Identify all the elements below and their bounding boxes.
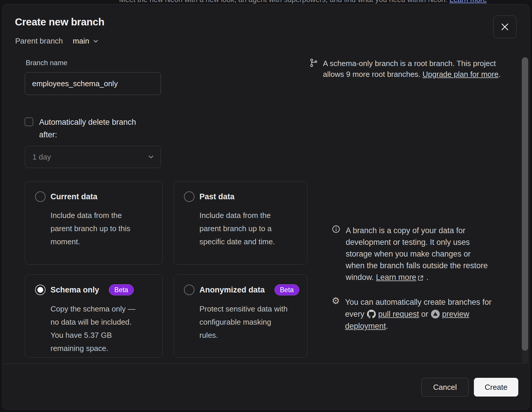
- option-title: Anonymized data: [199, 285, 265, 295]
- option-description: Include data from the parent branch up t…: [199, 209, 291, 248]
- parent-branch-label: Parent branch: [15, 37, 63, 46]
- option-title: Past data: [199, 192, 234, 201]
- branch-info-note: A branch is a copy of your data for deve…: [332, 225, 490, 283]
- beta-badge: Beta: [109, 284, 134, 295]
- beta-badge: Beta: [274, 284, 299, 295]
- option-card-current-data[interactable]: Current data Include data from the paren…: [25, 181, 163, 265]
- top-banner: Meet the new Neon with a new look, an ag…: [0, 0, 532, 4]
- create-button[interactable]: Create: [474, 378, 518, 397]
- option-card-schema-only[interactable]: Schema only Beta Copy the schema only — …: [25, 274, 163, 358]
- branch-info-text: A branch is a copy of your data for deve…: [346, 226, 488, 282]
- option-description: Copy the schema only — no data will be i…: [51, 302, 142, 355]
- option-title: Schema only: [51, 285, 99, 295]
- close-button[interactable]: [493, 15, 517, 38]
- auto-delete-row: Automatically delete branch after:: [25, 116, 154, 141]
- delete-after-value: 1 day: [32, 153, 148, 162]
- upgrade-plan-link[interactable]: Upgrade plan for more: [423, 70, 498, 79]
- auto-delete-label: Automatically delete branch after:: [39, 116, 154, 141]
- info-icon: [332, 225, 340, 233]
- radio-past-data[interactable]: [184, 191, 194, 202]
- chevron-down-icon: [93, 38, 99, 44]
- gear-icon: ⚙: [332, 296, 340, 332]
- github-icon: [367, 310, 376, 318]
- external-link-icon: [417, 275, 424, 282]
- branch-name-label: Branch name: [26, 59, 67, 67]
- footer-divider: [3, 363, 529, 364]
- parent-branch-dropdown[interactable]: main: [73, 37, 98, 46]
- option-description: Protect sensitive data with configurable…: [199, 302, 291, 342]
- radio-anonymized-data[interactable]: [184, 285, 194, 295]
- cancel-button[interactable]: Cancel: [421, 378, 469, 397]
- option-description: Include data from the parent branch up t…: [51, 209, 142, 248]
- dialog-title: Create new branch: [15, 16, 104, 28]
- banner-text: Meet the new Neon with a new look, an ag…: [119, 0, 447, 4]
- radio-schema-only[interactable]: [35, 285, 46, 295]
- parent-branch-value: main: [73, 37, 89, 46]
- close-icon: [501, 23, 509, 31]
- radio-current-data[interactable]: [35, 191, 46, 202]
- pull-request-link[interactable]: pull request: [378, 310, 419, 318]
- option-card-past-data[interactable]: Past data Include data from the parent b…: [174, 181, 307, 265]
- chevron-down-icon: [148, 154, 154, 160]
- vercel-icon: [431, 310, 440, 318]
- option-title: Current data: [51, 192, 98, 201]
- data-option-cards: Current data Include data from the paren…: [25, 181, 307, 358]
- learn-more-link[interactable]: Learn more: [376, 273, 416, 282]
- parent-branch-row: Parent branch main: [15, 37, 99, 46]
- banner-learn-more-link[interactable]: Learn more: [449, 0, 487, 4]
- auto-create-note: ⚙ You can automatically create branches …: [332, 296, 492, 332]
- branch-name-input[interactable]: [25, 72, 161, 95]
- option-card-anonymized-data[interactable]: Anonymized data Beta Protect sensitive d…: [174, 274, 307, 358]
- auto-delete-checkbox[interactable]: [25, 117, 33, 126]
- branch-icon: [309, 58, 318, 67]
- create-branch-dialog: Create new branch Parent branch main Bra…: [2, 4, 530, 410]
- scrollbar-track[interactable]: [522, 57, 528, 363]
- scrollbar-thumb[interactable]: [522, 57, 528, 351]
- root-branch-note: A schema-only branch is a root branch. T…: [309, 58, 507, 80]
- delete-after-select[interactable]: 1 day: [25, 146, 161, 168]
